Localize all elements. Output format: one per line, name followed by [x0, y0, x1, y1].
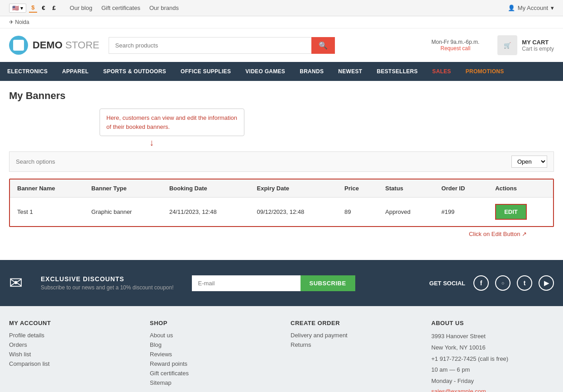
our-brands-link[interactable]: Our brands: [149, 5, 179, 11]
newsletter-subtitle: Subscribe to our news and get a 10% disc…: [41, 284, 174, 291]
nav-sports[interactable]: SPORTS & OUTDOORS: [96, 62, 173, 81]
currency-gbp[interactable]: £: [50, 4, 58, 12]
location-text: Noida: [15, 19, 29, 25]
our-blog-link[interactable]: Our blog: [70, 5, 92, 11]
footer-delivery-link[interactable]: Delivery and payment: [291, 332, 413, 339]
gift-certificates-link[interactable]: Gift certificates: [101, 5, 140, 11]
main-nav: ELECTRONICS APPAREL SPORTS & OUTDOORS OF…: [0, 62, 563, 81]
cart-area: 🛒 MY CART Cart is empty: [497, 35, 554, 55]
nav-brands[interactable]: BRANDS: [292, 62, 331, 81]
footer-email-link[interactable]: sales@example.com: [431, 388, 554, 392]
table-body: Test 1 Graphic banner 24/11/2023, 12:48 …: [10, 198, 553, 227]
nav-sales[interactable]: SALES: [425, 62, 458, 81]
footer-about-link[interactable]: About us: [150, 332, 272, 339]
search-input[interactable]: [109, 37, 311, 54]
currency-usd[interactable]: $: [29, 3, 37, 13]
footer-col-order: CREATE ORDER Delivery and payment Return…: [291, 320, 413, 392]
table-header: Banner Name Banner Type Booking Date Exp…: [10, 179, 553, 198]
social-area: GET SOCIAL f ○ t ▶: [429, 275, 554, 291]
social-label: GET SOCIAL: [429, 280, 465, 287]
footer-sitemap-link[interactable]: Sitemap: [150, 379, 272, 386]
cell-actions: EDIT: [488, 198, 553, 227]
logo-icon-inner: [13, 40, 24, 51]
footer-days: Monday - Friday: [431, 377, 554, 386]
cell-banner-type: Graphic banner: [84, 198, 162, 227]
cell-booking-date: 24/11/2023, 12:48: [162, 198, 250, 227]
nav-bestsellers[interactable]: BESTSELLERS: [369, 62, 425, 81]
footer-col-about: ABOUT US 3993 Hanover Street New York, N…: [431, 320, 554, 392]
search-options-label: Search options: [16, 158, 55, 165]
search-area: 🔍: [109, 37, 335, 54]
facebook-icon[interactable]: f: [473, 275, 489, 291]
table-header-row: Banner Name Banner Type Booking Date Exp…: [10, 179, 553, 198]
cell-price: 89: [337, 198, 378, 227]
col-expiry-date: Expiry Date: [249, 179, 337, 198]
search-button[interactable]: 🔍: [311, 37, 335, 54]
account-dropdown-icon[interactable]: ▾: [551, 5, 554, 11]
footer-account-title: MY ACCOUNT: [9, 320, 132, 326]
footer-reward-link[interactable]: Reward points: [150, 360, 272, 367]
footer-col-account: MY ACCOUNT Profile details Orders Wish l…: [9, 320, 132, 392]
footer-comparison-link[interactable]: Comparison list: [9, 360, 132, 367]
top-bar-left: 🇺🇸 ▾ $ € £ Our blog Gift certificates Ou…: [9, 3, 179, 13]
youtube-icon[interactable]: ▶: [539, 275, 554, 291]
footer-reviews-link[interactable]: Reviews: [150, 351, 272, 358]
flag-dropdown[interactable]: 🇺🇸 ▾: [9, 4, 26, 13]
col-banner-type: Banner Type: [84, 179, 162, 198]
logo-bold: DEMO: [33, 39, 62, 51]
footer-orders-link[interactable]: Orders: [9, 341, 132, 348]
my-account-link[interactable]: My Account: [518, 5, 548, 11]
col-booking-date: Booking Date: [162, 179, 250, 198]
footer-shop-title: SHOP: [150, 320, 272, 326]
location-bar: ✈ Noida: [0, 16, 563, 28]
cart-label: MY CART: [522, 39, 549, 46]
tooltip-area: Here, customers can view and edit the in…: [9, 109, 554, 147]
currency-eur[interactable]: €: [40, 4, 48, 12]
cell-status: Approved: [378, 198, 434, 227]
logo[interactable]: DEMO STORE: [9, 36, 100, 55]
newsletter-title: EXCLUSIVE DISCOUNTS: [41, 275, 174, 283]
nav-electronics[interactable]: ELECTRONICS: [0, 62, 55, 81]
cell-expiry-date: 09/12/2023, 12:48: [249, 198, 337, 227]
banner-table-wrapper: Banner Name Banner Type Booking Date Exp…: [9, 179, 554, 227]
click-annotation: Click on Edit Button ↗: [9, 231, 554, 237]
footer-order-title: CREATE ORDER: [291, 320, 413, 326]
newsletter-email-input[interactable]: [192, 275, 301, 291]
footer-gift-link[interactable]: Gift certificates: [150, 370, 272, 377]
col-price: Price: [337, 179, 378, 198]
footer-blog-link[interactable]: Blog: [150, 341, 272, 348]
logo-icon: [9, 36, 28, 55]
tooltip-text: Here, customers can view and edit the in…: [100, 109, 244, 136]
footer-wishlist-link[interactable]: Wish list: [9, 351, 132, 358]
footer-hours: 10 am — 6 pm: [431, 365, 554, 375]
header-contact: Mon-Fr 9a.m.-6p.m. Request call: [431, 39, 479, 52]
nav-newest[interactable]: NEWEST: [331, 62, 369, 81]
cart-status: Cart is empty: [522, 46, 554, 52]
location-icon: ✈: [9, 19, 14, 25]
cart-icon-box[interactable]: 🛒: [497, 35, 517, 55]
newsletter-text: EXCLUSIVE DISCOUNTS Subscribe to our new…: [41, 275, 174, 291]
click-annotation-text: Click on Edit Button: [469, 231, 520, 237]
status-select[interactable]: Open Closed All: [511, 156, 547, 168]
edit-button[interactable]: EDIT: [495, 204, 527, 220]
nav-apparel[interactable]: APPAREL: [55, 62, 96, 81]
cell-order-id: #199: [434, 198, 488, 227]
instagram-icon[interactable]: ○: [495, 275, 511, 291]
tooltip-arrow: ↓: [149, 138, 554, 147]
footer-returns-link[interactable]: Returns: [291, 341, 413, 348]
top-bar-links: Our blog Gift certificates Our brands: [70, 5, 179, 11]
main-content: My Banners Here, customers can view and …: [0, 81, 563, 246]
nav-office[interactable]: OFFICE SUPPLIES: [173, 62, 238, 81]
footer-links: MY ACCOUNT Profile details Orders Wish l…: [0, 306, 563, 392]
footer-address2: New York, NY 10016: [431, 343, 554, 353]
request-call-link[interactable]: Request call: [440, 45, 470, 52]
search-options-bar: Search options Open Closed All: [9, 151, 554, 172]
twitter-icon[interactable]: t: [517, 275, 532, 291]
table-row: Test 1 Graphic banner 24/11/2023, 12:48 …: [10, 198, 553, 227]
col-status: Status: [378, 179, 434, 198]
nav-promotions[interactable]: PROMOTIONS: [458, 62, 511, 81]
contact-hours: Mon-Fr 9a.m.-6p.m.: [431, 39, 479, 45]
nav-video-games[interactable]: VIDEO GAMES: [238, 62, 292, 81]
subscribe-button[interactable]: SUBSCRIBE: [301, 275, 355, 291]
footer-profile-link[interactable]: Profile details: [9, 332, 132, 339]
